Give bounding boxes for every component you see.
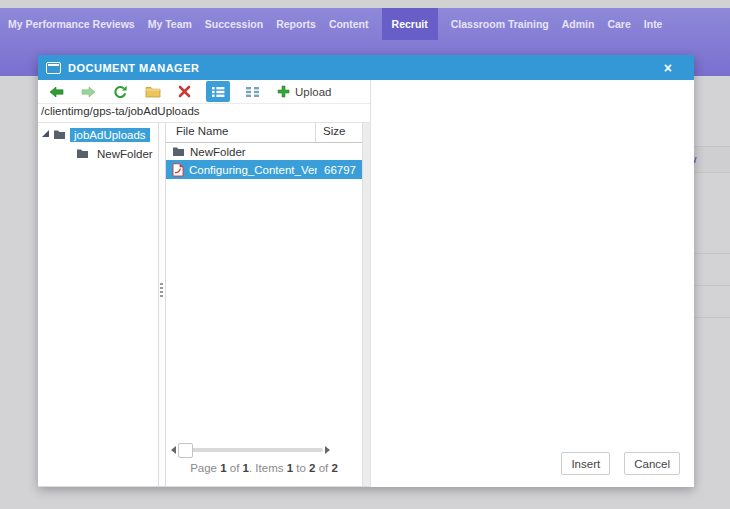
plus-icon — [277, 85, 290, 98]
fm-toolbar: Upload — [38, 80, 370, 103]
pane-splitter[interactable] — [158, 123, 166, 486]
nav-item-content[interactable]: Content — [329, 8, 369, 40]
file-list: File Name Size NewFolder Configuring_Con… — [166, 123, 362, 486]
nav-item-inte[interactable]: Inte — [644, 8, 663, 40]
folder-icon — [172, 146, 185, 157]
nav-item-reports[interactable]: Reports — [276, 8, 316, 40]
path-input[interactable]: /clientimg/gps-ta/jobAdUploads — [38, 103, 370, 123]
file-size: 66797 — [317, 164, 362, 176]
upload-button[interactable]: Upload — [275, 81, 333, 102]
file-row-configuring-content-vendo[interactable]: Configuring_Content_Vendo 66797 — [166, 160, 362, 179]
splitter-grip-icon — [160, 283, 163, 297]
folder-icon — [76, 148, 89, 159]
pdf-file-icon — [172, 163, 184, 177]
column-size[interactable]: Size — [316, 123, 362, 142]
back-arrow-icon — [49, 86, 64, 98]
back-button[interactable] — [47, 81, 66, 102]
scroll-left-icon[interactable] — [171, 446, 176, 454]
file-row-newfolder[interactable]: NewFolder — [166, 143, 362, 160]
insert-button[interactable]: Insert — [561, 452, 610, 475]
cancel-button[interactable]: Cancel — [624, 452, 680, 475]
list-view-icon — [211, 86, 225, 98]
nav-item-care[interactable]: Care — [607, 8, 630, 40]
refresh-icon — [113, 85, 128, 99]
forward-arrow-icon — [81, 86, 96, 98]
nav-item-admin[interactable]: Admin — [562, 8, 595, 40]
scrollbar-track[interactable] — [178, 448, 323, 452]
document-manager-dialog: DOCUMENT MANAGER × — [38, 55, 694, 487]
tree-item-label: jobAdUploads — [70, 128, 150, 142]
list-view-button[interactable] — [206, 81, 230, 102]
tree-item-jobaduploads[interactable]: jobAdUploads — [38, 126, 158, 143]
tree-item-newfolder[interactable]: NewFolder — [38, 145, 158, 162]
pager-status: Page 1 of 1. Items 1 to 2 of 2 — [166, 458, 362, 486]
nav-item-my-team[interactable]: My Team — [148, 8, 192, 40]
column-file-name[interactable]: File Name — [166, 123, 316, 142]
close-icon[interactable]: × — [662, 59, 686, 77]
new-folder-icon — [145, 85, 161, 98]
horizontal-scrollbar[interactable] — [171, 443, 330, 457]
list-header: File Name Size — [166, 123, 362, 143]
file-name: Configuring_Content_Vendo — [189, 164, 317, 176]
scrollbar-thumb[interactable] — [178, 443, 193, 458]
file-manager-panel: Upload /clientimg/gps-ta/jobAdUploads jo… — [38, 80, 371, 487]
tree-item-label: NewFolder — [93, 147, 157, 161]
scroll-right-icon[interactable] — [325, 446, 330, 454]
folder-icon — [53, 129, 66, 140]
file-name: NewFolder — [190, 146, 318, 158]
dialog-titlebar: DOCUMENT MANAGER × — [38, 55, 694, 80]
nav-item-recruit[interactable]: Recruit — [382, 8, 438, 40]
folder-tree: jobAdUploads NewFolder — [38, 123, 158, 486]
nav-item-my-performance-reviews[interactable]: My Performance Reviews — [8, 8, 135, 40]
main-nav: My Performance Reviews My Team Successio… — [0, 8, 730, 40]
dialog-title: DOCUMENT MANAGER — [68, 62, 662, 74]
forward-button[interactable] — [79, 81, 98, 102]
upload-label: Upload — [295, 86, 331, 98]
nav-item-classroom-training[interactable]: Classroom Training — [451, 8, 549, 40]
refresh-button[interactable] — [111, 81, 130, 102]
grid-view-button[interactable] — [243, 81, 262, 102]
preview-pane: Insert Cancel — [371, 80, 694, 487]
page-top-strip — [0, 0, 730, 8]
window-icon — [46, 62, 61, 74]
vertical-scrollbar-track[interactable] — [362, 123, 370, 486]
new-folder-button[interactable] — [143, 81, 163, 102]
delete-button[interactable] — [176, 81, 193, 102]
nav-item-succession[interactable]: Succession — [205, 8, 263, 40]
delete-x-icon — [178, 85, 191, 98]
expander-icon[interactable] — [42, 130, 49, 137]
grid-view-icon — [245, 86, 260, 98]
